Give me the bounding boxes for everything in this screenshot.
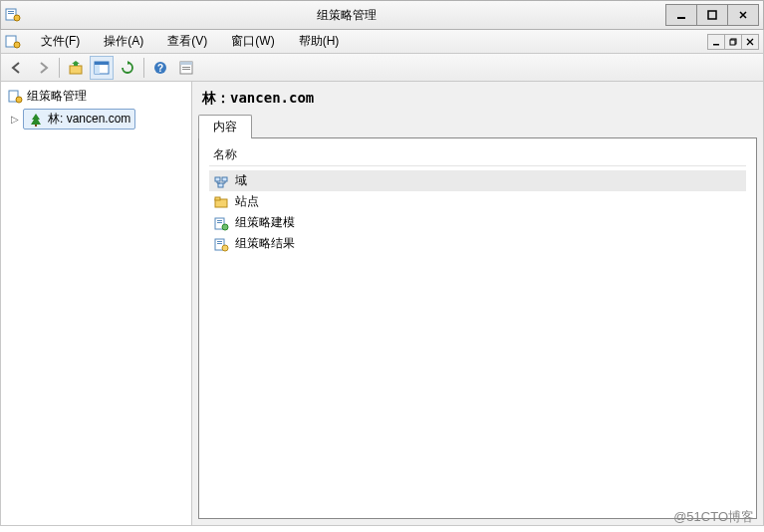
menu-window[interactable]: 窗口(W) — [223, 31, 282, 52]
svg-rect-23 — [35, 125, 37, 127]
svg-rect-30 — [217, 220, 222, 221]
back-button[interactable] — [5, 56, 29, 80]
svg-point-3 — [14, 15, 20, 21]
show-hide-tree-button[interactable] — [90, 56, 114, 80]
detail-heading: 林：vancen.com — [198, 88, 757, 114]
forward-button[interactable] — [31, 56, 55, 80]
svg-rect-35 — [217, 243, 222, 244]
expander-icon[interactable]: ▷ — [11, 114, 21, 125]
menu-file[interactable]: 文件(F) — [33, 31, 88, 52]
mdi-controls — [708, 34, 759, 50]
svg-point-32 — [222, 224, 228, 230]
svg-point-36 — [222, 245, 228, 251]
tree-root-label: 组策略管理 — [27, 88, 87, 105]
sites-icon — [213, 194, 229, 210]
svg-rect-4 — [677, 17, 685, 19]
detail-pane: 林：vancen.com 内容 名称 域 站点 — [192, 82, 763, 525]
results-icon — [213, 236, 229, 252]
list-item-results[interactable]: 组策略结果 — [209, 233, 746, 254]
domains-icon — [213, 173, 229, 189]
toolbar-separator — [59, 58, 60, 78]
mdi-minimize-button[interactable] — [707, 34, 725, 50]
forest-icon — [28, 112, 44, 128]
svg-point-22 — [16, 97, 22, 103]
svg-text:?: ? — [157, 63, 163, 74]
minimize-button[interactable] — [665, 4, 697, 26]
menu-action[interactable]: 操作(A) — [96, 31, 151, 52]
list-item-sites[interactable]: 站点 — [209, 191, 746, 212]
help-button[interactable]: ? — [148, 56, 172, 80]
mdi-restore-button[interactable] — [724, 34, 742, 50]
tree-forest-node[interactable]: 林: vancen.com — [23, 109, 135, 130]
menubar: 文件(F) 操作(A) 查看(V) 窗口(W) 帮助(H) — [0, 30, 764, 54]
svg-rect-14 — [95, 65, 100, 74]
mmc-icon — [5, 34, 21, 50]
window-title: 组策略管理 — [27, 7, 666, 24]
properties-button[interactable] — [174, 56, 198, 80]
list-item-label: 站点 — [235, 193, 259, 210]
list-item-label: 域 — [235, 172, 247, 189]
svg-rect-24 — [215, 177, 220, 181]
tree-pane[interactable]: 组策略管理 ▷ 林: vancen.com — [1, 82, 192, 525]
up-level-button[interactable] — [64, 56, 88, 80]
window-controls — [666, 4, 759, 26]
svg-rect-34 — [217, 241, 222, 242]
column-name[interactable]: 名称 — [209, 144, 746, 166]
svg-rect-10 — [730, 40, 735, 45]
list-item-modeling[interactable]: 组策略建模 — [209, 212, 746, 233]
content-area: 组策略管理 ▷ 林: vancen.com 林：vancen.com 内容 名称 — [0, 82, 764, 526]
tab-row: 内容 — [198, 114, 757, 137]
svg-rect-28 — [215, 197, 220, 200]
svg-rect-2 — [8, 13, 14, 14]
svg-rect-20 — [182, 69, 190, 70]
toolbar: ? — [0, 54, 764, 82]
svg-rect-31 — [217, 222, 222, 223]
svg-rect-5 — [708, 11, 716, 19]
app-icon — [5, 7, 21, 23]
list-box[interactable]: 名称 域 站点 组策略建模 — [198, 137, 757, 519]
close-button[interactable] — [727, 4, 759, 26]
svg-point-7 — [14, 42, 20, 48]
mdi-close-button[interactable] — [741, 34, 759, 50]
tree-forest-row[interactable]: ▷ 林: vancen.com — [11, 109, 187, 130]
heading-domain: vancen.com — [230, 90, 314, 106]
tab-content[interactable]: 内容 — [198, 115, 252, 138]
tree-forest-label: 林: vancen.com — [48, 111, 130, 128]
tree-root[interactable]: 组策略管理 — [5, 86, 187, 107]
titlebar: 组策略管理 — [0, 0, 764, 30]
list-item-label: 组策略建模 — [235, 214, 295, 231]
svg-rect-11 — [70, 66, 82, 74]
svg-rect-26 — [218, 183, 223, 187]
svg-rect-8 — [713, 44, 719, 46]
svg-rect-13 — [95, 62, 109, 65]
list-item-domains[interactable]: 域 — [209, 170, 746, 191]
svg-rect-25 — [222, 177, 227, 181]
maximize-button[interactable] — [696, 4, 728, 26]
toolbar-separator — [143, 58, 144, 78]
watermark: @51CTO博客 — [673, 508, 754, 526]
menu-help[interactable]: 帮助(H) — [291, 31, 348, 52]
menu-view[interactable]: 查看(V) — [159, 31, 215, 52]
svg-rect-1 — [8, 11, 14, 12]
gpmc-icon — [7, 89, 23, 105]
heading-prefix: 林： — [202, 90, 230, 106]
svg-rect-18 — [180, 62, 192, 65]
svg-rect-19 — [182, 67, 190, 68]
refresh-button[interactable] — [116, 56, 139, 80]
list-item-label: 组策略结果 — [235, 235, 295, 252]
modeling-icon — [213, 215, 229, 231]
